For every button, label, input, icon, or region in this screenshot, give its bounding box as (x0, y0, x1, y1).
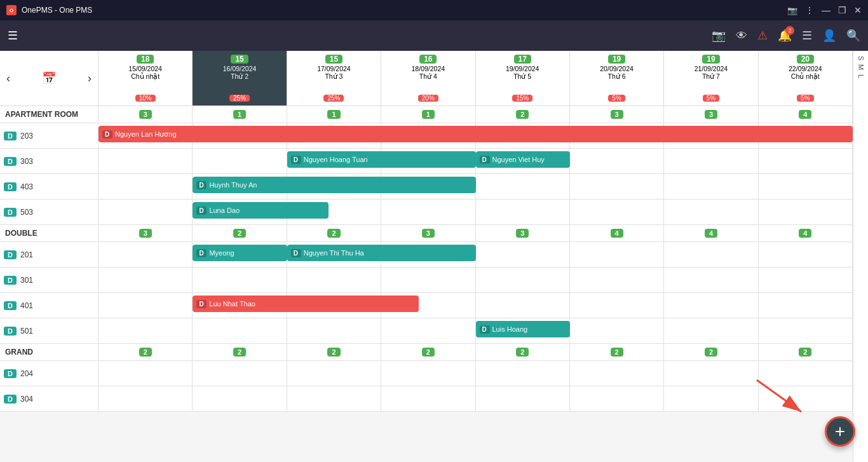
day-weekday-5: Thứ 6 (571, 72, 662, 80)
room-label-501: D 501 (0, 318, 98, 343)
day-weekday-7: Chủ nhật (760, 72, 851, 80)
camera-titlebar-icon[interactable]: 📷 (787, 6, 797, 15)
day-num-7: 20 (797, 55, 814, 64)
calendar: ‹ 📅 › 18 15/09/2024 Chủ nhật 10% 15 16/0… (0, 51, 853, 462)
day-date-5: 20/09/2024 (571, 65, 662, 72)
camera-icon[interactable]: 📷 (712, 29, 726, 43)
group-row-grand: GRAND 2 2 2 2 2 2 2 2 (0, 344, 853, 361)
room-row-403: D 403 D Huynh Thuy An (0, 174, 853, 200)
group-cell-apt-1: 1 (193, 106, 287, 123)
next-button[interactable]: › (85, 71, 94, 86)
group-cell-apt-2: 1 (287, 106, 381, 123)
day-pct-6: 5% (703, 95, 719, 102)
day-weekday-1: Thứ 2 (194, 72, 285, 80)
room-cells-201: D Myeong D Nguyen Thi Thu Ha (98, 242, 853, 267)
room-cells-203: D Nguyen Lan Hương (98, 123, 853, 148)
bell-icon[interactable]: 🔔 2 (778, 29, 792, 43)
room-label-401: D 401 (0, 293, 98, 318)
app-title: OnePMS - One PMS (22, 6, 92, 15)
room-row-304: D 304 (0, 386, 853, 412)
group-label-grand: GRAND (0, 344, 98, 360)
minimize-icon[interactable]: — (822, 5, 831, 15)
maximize-icon[interactable]: ❐ (838, 5, 846, 15)
nav-menu-icon[interactable]: ☰ (802, 29, 812, 43)
toolbar-right: 📷 👁 ⚠ 🔔 2 ☰ 👤 🔍 (712, 29, 860, 43)
search-icon[interactable]: 🔍 (846, 29, 860, 43)
booking-403-1[interactable]: D Huynh Thuy An (193, 177, 475, 193)
room-label-204: D 204 (0, 361, 98, 386)
panel-l-label[interactable]: L (857, 74, 865, 78)
day-num-4: 17 (514, 55, 531, 64)
booking-303-2[interactable]: D Nguyen Viet Huy (476, 151, 570, 168)
room-label-301: D 301 (0, 268, 98, 292)
group-row-double: DOUBLE 3 2 2 3 3 4 4 4 (0, 225, 853, 242)
day-date-0: 15/09/2024 (100, 65, 191, 72)
booking-303-1[interactable]: D Nguyen Hoang Tuan (287, 151, 476, 168)
alert-icon[interactable]: ⚠ (757, 29, 768, 43)
prev-button[interactable]: ‹ (4, 71, 13, 86)
hamburger-menu[interactable]: ☰ (8, 29, 18, 43)
day-weekday-4: Thứ 5 (477, 72, 568, 80)
fab-add-button[interactable]: + (825, 416, 855, 447)
room-cells-301 (98, 268, 853, 292)
room-label-203: D 203 (0, 123, 98, 148)
more-titlebar-icon[interactable]: ⋮ (805, 5, 814, 15)
calendar-icon[interactable]: 📅 (39, 70, 58, 86)
room-label-304: D 304 (0, 386, 98, 411)
day-col-2[interactable]: 15 17/09/2024 Thứ 3 25% (287, 51, 381, 105)
day-num-3: 16 (419, 55, 437, 64)
day-col-3[interactable]: 16 18/09/2024 Thứ 4 20% (381, 51, 475, 105)
day-date-3: 18/09/2024 (383, 65, 473, 72)
day-date-4: 19/09/2024 (477, 65, 568, 72)
nav-col: ‹ 📅 › (0, 51, 98, 105)
day-col-0[interactable]: 18 15/09/2024 Chủ nhật 10% (98, 51, 193, 105)
room-row-503: D 503 D Luna Dao (0, 200, 853, 225)
toolbar: ☰ 📷 👁 ⚠ 🔔 2 ☰ 👤 🔍 (0, 20, 868, 51)
day-num-1: 15 (231, 55, 248, 64)
room-cells-401: D Luu Nhat Thao (98, 293, 853, 318)
room-cells-501: D Luis Hoang (98, 318, 853, 343)
bell-badge: 2 (785, 26, 794, 35)
day-col-6[interactable]: 19 21/09/2024 Thứ 7 5% (664, 51, 758, 105)
day-pct-5: 5% (608, 95, 625, 102)
eye-icon[interactable]: 👁 (736, 29, 747, 43)
room-row-501: D 501 D Luis Hoang (0, 318, 853, 344)
titlebar-controls[interactable]: 📷 ⋮ — ❐ ✕ (787, 5, 862, 15)
booking-201-1[interactable]: D Myeong (193, 245, 287, 261)
booking-203-1[interactable]: D Nguyen Lan Hương (98, 126, 853, 142)
day-num-6: 19 (702, 55, 719, 64)
booking-501-1[interactable]: D Luis Hoang (476, 321, 570, 337)
day-pct-7: 5% (797, 95, 813, 102)
room-row-303: D 303 D Nguyen Hoang Tuan (0, 149, 853, 174)
group-cells-double: 3 2 2 3 3 4 4 4 (98, 225, 853, 241)
room-label-403: D 403 (0, 174, 98, 199)
group-cell-apt-6: 3 (664, 106, 758, 123)
group-cell-apt-0: 3 (98, 106, 193, 123)
group-row-apartment: APARTMENT ROOM 3 1 1 1 2 3 3 4 (0, 106, 853, 123)
room-cells-503: D Luna Dao (98, 200, 853, 224)
close-icon[interactable]: ✕ (854, 5, 862, 15)
booking-503-1[interactable]: D Luna Dao (193, 202, 329, 219)
day-col-4[interactable]: 17 19/09/2024 Thứ 5 15% (476, 51, 570, 105)
day-weekday-3: Thứ 4 (383, 72, 473, 80)
panel-m-label[interactable]: M (857, 64, 865, 70)
room-cells-204 (98, 361, 853, 386)
day-date-7: 22/09/2024 (760, 65, 851, 72)
booking-201-2[interactable]: D Nguyen Thi Thu Ha (287, 245, 476, 261)
day-col-1[interactable]: 15 16/09/2024 Thứ 2 25% (193, 51, 287, 105)
room-row-301: D 301 (0, 268, 853, 293)
main-area: ‹ 📅 › 18 15/09/2024 Chủ nhật 10% 15 16/0… (0, 51, 868, 462)
booking-401-1[interactable]: D Luu Nhat Thao (193, 296, 419, 312)
day-num-5: 19 (608, 55, 625, 64)
panel-s-label[interactable]: S (857, 56, 865, 60)
people-icon[interactable]: 👤 (822, 29, 836, 43)
titlebar: O OnePMS - One PMS 📷 ⋮ — ❐ ✕ (0, 0, 868, 20)
group-cells-apartment: 3 1 1 1 2 3 3 4 (98, 106, 853, 123)
room-row-203: D 203 D Nguyen Lan Hương (0, 123, 853, 149)
fab-plus-icon: + (835, 423, 845, 440)
day-date-2: 17/09/2024 (288, 65, 379, 72)
day-col-5[interactable]: 19 20/09/2024 Thứ 6 5% (570, 51, 664, 105)
day-col-7[interactable]: 20 22/09/2024 Chủ nhật 5% (759, 51, 853, 105)
day-pct-1: 25% (229, 95, 250, 102)
group-cell-apt-3: 1 (381, 106, 475, 123)
